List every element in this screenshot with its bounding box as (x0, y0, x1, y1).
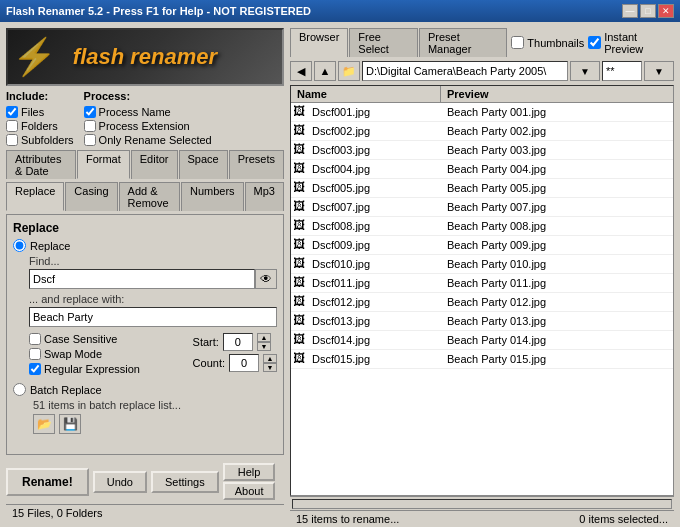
start-spinners: ▲ ▼ (257, 333, 271, 351)
start-down-button[interactable]: ▼ (257, 342, 271, 351)
include-files-checkbox[interactable] (6, 106, 18, 118)
file-name: Dscf005.jpg (312, 182, 370, 194)
table-row[interactable]: 🖼 Dscf004.jpg Beach Party 004.jpg (291, 160, 673, 179)
window-title: Flash Renamer 5.2 - Press F1 for Help - … (6, 5, 311, 17)
batch-radio[interactable] (13, 383, 26, 396)
path-dropdown-button[interactable]: ▼ (570, 61, 600, 81)
file-icon: 🖼 (293, 294, 309, 310)
undo-button[interactable]: Undo (93, 471, 147, 493)
tab-mp3[interactable]: Mp3 (245, 182, 284, 211)
filter-dropdown-button[interactable]: ▼ (644, 61, 674, 81)
start-group: Start: ▲ ▼ (193, 333, 277, 351)
tabs-row-1: Attributes & Date Format Editor Space Pr… (6, 150, 284, 179)
scrollbar-bottom[interactable] (290, 496, 674, 510)
close-button[interactable]: ✕ (658, 4, 674, 18)
browser-tab-free-select[interactable]: Free Select (349, 28, 418, 57)
col-preview-header[interactable]: Preview (441, 86, 673, 102)
table-row[interactable]: 🖼 Dscf011.jpg Beach Party 011.jpg (291, 274, 673, 293)
tab-replace[interactable]: Replace (6, 182, 64, 211)
process-name-row: Process Name (84, 106, 212, 118)
file-name: Dscf008.jpg (312, 220, 370, 232)
replace-with-input[interactable] (29, 307, 277, 327)
tab-presets[interactable]: Presets (229, 150, 284, 179)
swap-mode-checkbox[interactable] (29, 348, 41, 360)
batch-save-button[interactable]: 💾 (59, 414, 81, 434)
include-folders-row: Folders (6, 120, 74, 132)
include-folders-checkbox[interactable] (6, 120, 18, 132)
file-preview: Beach Party 011.jpg (441, 276, 673, 290)
browser-tab-preset-manager[interactable]: Preset Manager (419, 28, 507, 57)
table-row[interactable]: 🖼 Dscf008.jpg Beach Party 008.jpg (291, 217, 673, 236)
instant-preview-checkbox[interactable] (588, 36, 601, 49)
about-button[interactable]: About (223, 482, 276, 500)
file-icon: 🖼 (293, 275, 309, 291)
help-about-group: Help About (223, 463, 276, 500)
title-bar: Flash Renamer 5.2 - Press F1 for Help - … (0, 0, 680, 22)
settings-button[interactable]: Settings (151, 471, 219, 493)
start-up-button[interactable]: ▲ (257, 333, 271, 342)
tab-editor[interactable]: Editor (131, 150, 178, 179)
table-row[interactable]: 🖼 Dscf001.jpg Beach Party 001.jpg (291, 103, 673, 122)
tab-casing[interactable]: Casing (65, 182, 117, 211)
table-row[interactable]: 🖼 Dscf015.jpg Beach Party 015.jpg (291, 350, 673, 369)
minimize-button[interactable]: — (622, 4, 638, 18)
bottom-buttons: Rename! Undo Settings Help About (6, 459, 284, 500)
horizontal-scrollbar[interactable] (292, 499, 672, 509)
include-subfolders-row: Subfolders (6, 134, 74, 146)
table-row[interactable]: 🖼 Dscf007.jpg Beach Party 007.jpg (291, 198, 673, 217)
find-label: Find... (29, 255, 277, 267)
right-panel: Browser Free Select Preset Manager Thumb… (290, 22, 680, 527)
file-preview: Beach Party 002.jpg (441, 124, 673, 138)
path-input[interactable] (362, 61, 568, 81)
batch-radio-label: Batch Replace (30, 384, 102, 396)
only-rename-checkbox[interactable] (84, 134, 96, 146)
col-name-header[interactable]: Name (291, 86, 441, 102)
start-input[interactable] (223, 333, 253, 351)
only-rename-row: Only Rename Selected (84, 134, 212, 146)
count-group: Count: ▲ ▼ (193, 354, 277, 372)
tab-attributes-date[interactable]: Attributes & Date (6, 150, 76, 179)
thumbnails-checkbox[interactable] (511, 36, 524, 49)
process-ext-checkbox[interactable] (84, 120, 96, 132)
batch-load-button[interactable]: 📂 (33, 414, 55, 434)
include-subfolders-checkbox[interactable] (6, 134, 18, 146)
file-preview: Beach Party 004.jpg (441, 162, 673, 176)
process-name-checkbox[interactable] (84, 106, 96, 118)
tab-numbers[interactable]: Numbers (181, 182, 244, 211)
table-row[interactable]: 🖼 Dscf010.jpg Beach Party 010.jpg (291, 255, 673, 274)
rename-button[interactable]: Rename! (6, 468, 89, 496)
table-row[interactable]: 🖼 Dscf014.jpg Beach Party 014.jpg (291, 331, 673, 350)
file-name: Dscf011.jpg (312, 277, 370, 289)
path-up-button[interactable]: ▲ (314, 61, 336, 81)
tab-space[interactable]: Space (179, 150, 228, 179)
tab-add-remove[interactable]: Add & Remove (119, 182, 180, 211)
case-sensitive-checkbox[interactable] (29, 333, 41, 345)
filter-input[interactable] (602, 61, 642, 81)
replace-radio[interactable] (13, 239, 26, 252)
path-folder-button[interactable]: 📁 (338, 61, 360, 81)
browser-tab-browser[interactable]: Browser (290, 28, 348, 57)
table-row[interactable]: 🖼 Dscf012.jpg Beach Party 012.jpg (291, 293, 673, 312)
file-rows-container: 🖼 Dscf001.jpg Beach Party 001.jpg 🖼 Dscf… (291, 103, 673, 369)
find-input-row: 👁 (29, 269, 277, 289)
file-icon: 🖼 (293, 199, 309, 215)
process-group: Process: Process Name Process Extension … (84, 90, 212, 146)
browser-top: Browser Free Select Preset Manager Thumb… (290, 28, 674, 57)
table-row[interactable]: 🖼 Dscf003.jpg Beach Party 003.jpg (291, 141, 673, 160)
count-down-button[interactable]: ▼ (263, 363, 277, 372)
count-input[interactable] (229, 354, 259, 372)
table-row[interactable]: 🖼 Dscf002.jpg Beach Party 002.jpg (291, 122, 673, 141)
file-preview: Beach Party 014.jpg (441, 333, 673, 347)
find-eye-button[interactable]: 👁 (255, 269, 277, 289)
find-input[interactable] (29, 269, 255, 289)
help-button[interactable]: Help (223, 463, 276, 481)
count-up-button[interactable]: ▲ (263, 354, 277, 363)
maximize-button[interactable]: □ (640, 4, 656, 18)
regex-checkbox[interactable] (29, 363, 41, 375)
tab-format[interactable]: Format (77, 150, 130, 179)
file-icon: 🖼 (293, 332, 309, 348)
path-back-button[interactable]: ◀ (290, 61, 312, 81)
table-row[interactable]: 🖼 Dscf005.jpg Beach Party 005.jpg (291, 179, 673, 198)
table-row[interactable]: 🖼 Dscf009.jpg Beach Party 009.jpg (291, 236, 673, 255)
table-row[interactable]: 🖼 Dscf013.jpg Beach Party 013.jpg (291, 312, 673, 331)
